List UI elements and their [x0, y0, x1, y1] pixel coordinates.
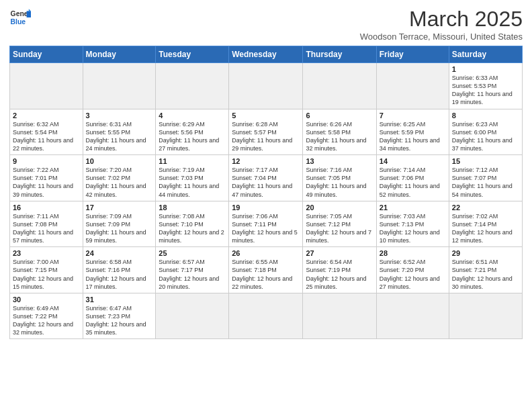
- calendar-cell: [229, 63, 303, 109]
- calendar-cell: 22Sunrise: 7:02 AM Sunset: 7:14 PM Dayli…: [449, 201, 522, 247]
- calendar-week-5: 23Sunrise: 7:00 AM Sunset: 7:15 PM Dayli…: [10, 247, 523, 293]
- day-info: Sunrise: 7:09 AM Sunset: 7:09 PM Dayligh…: [86, 212, 153, 245]
- day-number: 21: [380, 203, 446, 212]
- calendar-cell: 3Sunrise: 6:31 AM Sunset: 5:55 PM Daylig…: [83, 109, 156, 155]
- day-info: Sunrise: 6:31 AM Sunset: 5:55 PM Dayligh…: [86, 120, 153, 153]
- calendar-cell: 18Sunrise: 7:08 AM Sunset: 7:10 PM Dayli…: [156, 201, 229, 247]
- weekday-header-wednesday: Wednesday: [229, 46, 303, 63]
- title-block: March 2025 Woodson Terrace, Missouri, Un…: [360, 7, 523, 42]
- calendar-cell: 19Sunrise: 7:06 AM Sunset: 7:11 PM Dayli…: [229, 201, 303, 247]
- day-info: Sunrise: 6:26 AM Sunset: 5:58 PM Dayligh…: [306, 120, 373, 153]
- calendar-cell: 17Sunrise: 7:09 AM Sunset: 7:09 PM Dayli…: [83, 201, 156, 247]
- day-number: 3: [86, 111, 153, 120]
- calendar-cell: 9Sunrise: 7:22 AM Sunset: 7:01 PM Daylig…: [10, 155, 83, 201]
- day-number: 14: [380, 157, 446, 165]
- calendar-cell: 10Sunrise: 7:20 AM Sunset: 7:02 PM Dayli…: [83, 155, 156, 201]
- calendar-cell: 29Sunrise: 6:51 AM Sunset: 7:21 PM Dayli…: [449, 247, 522, 293]
- logo-icon: General Blue: [9, 7, 31, 28]
- day-number: 26: [232, 249, 300, 257]
- logo: General Blue: [9, 7, 31, 28]
- day-info: Sunrise: 6:29 AM Sunset: 5:56 PM Dayligh…: [159, 120, 226, 153]
- day-number: 28: [380, 249, 446, 257]
- day-info: Sunrise: 7:20 AM Sunset: 7:02 PM Dayligh…: [86, 166, 153, 199]
- weekday-header-friday: Friday: [376, 46, 449, 63]
- day-info: Sunrise: 7:14 AM Sunset: 7:06 PM Dayligh…: [380, 166, 446, 199]
- day-number: 17: [86, 203, 153, 212]
- day-number: 4: [159, 111, 226, 120]
- day-number: 18: [159, 203, 226, 212]
- calendar-week-4: 16Sunrise: 7:11 AM Sunset: 7:08 PM Dayli…: [10, 201, 523, 247]
- calendar-cell: 20Sunrise: 7:05 AM Sunset: 7:12 PM Dayli…: [303, 201, 376, 247]
- day-number: 31: [86, 295, 153, 304]
- day-number: 30: [13, 295, 80, 304]
- calendar-cell: 31Sunrise: 6:47 AM Sunset: 7:23 PM Dayli…: [83, 293, 156, 339]
- day-info: Sunrise: 6:55 AM Sunset: 7:18 PM Dayligh…: [232, 258, 300, 291]
- day-info: Sunrise: 7:03 AM Sunset: 7:13 PM Dayligh…: [380, 212, 446, 245]
- calendar-cell: 7Sunrise: 6:25 AM Sunset: 5:59 PM Daylig…: [376, 109, 449, 155]
- calendar-cell: 14Sunrise: 7:14 AM Sunset: 7:06 PM Dayli…: [376, 155, 449, 201]
- day-number: 1: [452, 65, 519, 73]
- calendar-cell: 11Sunrise: 7:19 AM Sunset: 7:03 PM Dayli…: [156, 155, 229, 201]
- day-number: 24: [86, 249, 153, 257]
- day-info: Sunrise: 6:49 AM Sunset: 7:22 PM Dayligh…: [13, 304, 80, 337]
- calendar-cell: 24Sunrise: 6:58 AM Sunset: 7:16 PM Dayli…: [83, 247, 156, 293]
- day-info: Sunrise: 6:33 AM Sunset: 5:53 PM Dayligh…: [452, 74, 519, 107]
- day-number: 6: [306, 111, 373, 120]
- day-info: Sunrise: 7:12 AM Sunset: 7:07 PM Dayligh…: [452, 166, 519, 199]
- calendar-cell: [229, 293, 303, 339]
- calendar-cell: [376, 63, 449, 109]
- calendar-week-3: 9Sunrise: 7:22 AM Sunset: 7:01 PM Daylig…: [10, 155, 523, 201]
- day-number: 27: [306, 249, 373, 257]
- calendar-table: SundayMondayTuesdayWednesdayThursdayFrid…: [9, 46, 523, 339]
- day-info: Sunrise: 7:22 AM Sunset: 7:01 PM Dayligh…: [13, 166, 80, 199]
- calendar-cell: 4Sunrise: 6:29 AM Sunset: 5:56 PM Daylig…: [156, 109, 229, 155]
- day-info: Sunrise: 6:28 AM Sunset: 5:57 PM Dayligh…: [232, 120, 300, 153]
- calendar-cell: 2Sunrise: 6:32 AM Sunset: 5:54 PM Daylig…: [10, 109, 83, 155]
- day-number: 19: [232, 203, 300, 212]
- day-number: 8: [452, 111, 519, 120]
- calendar-cell: 21Sunrise: 7:03 AM Sunset: 7:13 PM Dayli…: [376, 201, 449, 247]
- weekday-header-monday: Monday: [83, 46, 156, 63]
- day-number: 22: [452, 203, 519, 212]
- calendar-cell: 16Sunrise: 7:11 AM Sunset: 7:08 PM Dayli…: [10, 201, 83, 247]
- day-info: Sunrise: 7:08 AM Sunset: 7:10 PM Dayligh…: [159, 212, 226, 245]
- calendar-cell: 5Sunrise: 6:28 AM Sunset: 5:57 PM Daylig…: [229, 109, 303, 155]
- main-title: March 2025: [360, 7, 523, 32]
- day-info: Sunrise: 6:52 AM Sunset: 7:20 PM Dayligh…: [380, 258, 446, 291]
- calendar-cell: [449, 293, 522, 339]
- day-number: 20: [306, 203, 373, 212]
- calendar-cell: 6Sunrise: 6:26 AM Sunset: 5:58 PM Daylig…: [303, 109, 376, 155]
- calendar-cell: 13Sunrise: 7:16 AM Sunset: 7:05 PM Dayli…: [303, 155, 376, 201]
- day-number: 25: [159, 249, 226, 257]
- day-number: 16: [13, 203, 80, 212]
- day-info: Sunrise: 7:02 AM Sunset: 7:14 PM Dayligh…: [452, 212, 519, 245]
- day-info: Sunrise: 6:57 AM Sunset: 7:17 PM Dayligh…: [159, 258, 226, 291]
- calendar-cell: 26Sunrise: 6:55 AM Sunset: 7:18 PM Dayli…: [229, 247, 303, 293]
- calendar-cell: [303, 293, 376, 339]
- calendar-cell: 28Sunrise: 6:52 AM Sunset: 7:20 PM Dayli…: [376, 247, 449, 293]
- day-number: 5: [232, 111, 300, 120]
- day-info: Sunrise: 7:17 AM Sunset: 7:04 PM Dayligh…: [232, 166, 300, 199]
- day-info: Sunrise: 7:19 AM Sunset: 7:03 PM Dayligh…: [159, 166, 226, 199]
- header: General Blue March 2025 Woodson Terrace,…: [9, 7, 523, 42]
- calendar-cell: [83, 63, 156, 109]
- calendar-cell: 30Sunrise: 6:49 AM Sunset: 7:22 PM Dayli…: [10, 293, 83, 339]
- weekday-header-saturday: Saturday: [449, 46, 522, 63]
- calendar-cell: [156, 293, 229, 339]
- calendar-cell: 15Sunrise: 7:12 AM Sunset: 7:07 PM Dayli…: [449, 155, 522, 201]
- day-info: Sunrise: 7:00 AM Sunset: 7:15 PM Dayligh…: [13, 258, 80, 291]
- day-number: 13: [306, 157, 373, 165]
- day-info: Sunrise: 6:23 AM Sunset: 6:00 PM Dayligh…: [452, 120, 519, 153]
- day-number: 10: [86, 157, 153, 165]
- calendar-cell: 23Sunrise: 7:00 AM Sunset: 7:15 PM Dayli…: [10, 247, 83, 293]
- weekday-header-tuesday: Tuesday: [156, 46, 229, 63]
- calendar-cell: 12Sunrise: 7:17 AM Sunset: 7:04 PM Dayli…: [229, 155, 303, 201]
- day-number: 29: [452, 249, 519, 257]
- calendar-cell: [10, 63, 83, 109]
- day-info: Sunrise: 6:25 AM Sunset: 5:59 PM Dayligh…: [380, 120, 446, 153]
- calendar-cell: [303, 63, 376, 109]
- day-info: Sunrise: 7:06 AM Sunset: 7:11 PM Dayligh…: [232, 212, 300, 245]
- svg-text:Blue: Blue: [11, 18, 26, 26]
- day-info: Sunrise: 6:32 AM Sunset: 5:54 PM Dayligh…: [13, 120, 80, 153]
- calendar-page: General Blue March 2025 Woodson Terrace,…: [0, 0, 532, 411]
